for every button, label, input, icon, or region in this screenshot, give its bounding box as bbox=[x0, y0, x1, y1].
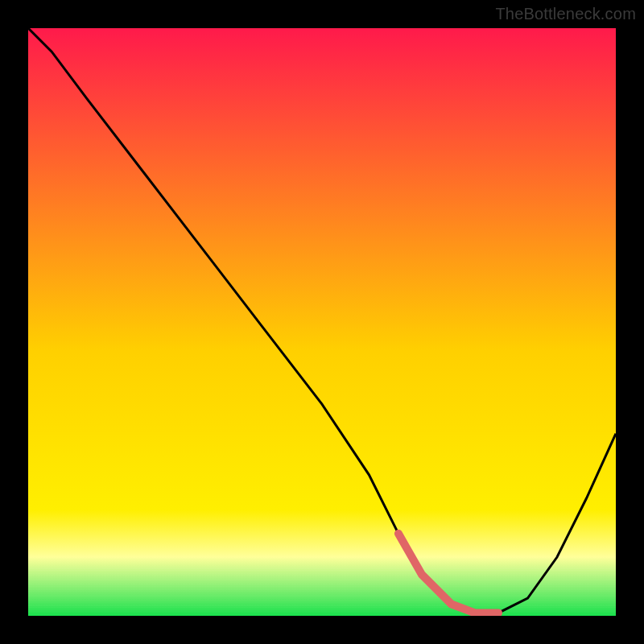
svg-rect-20 bbox=[28, 579, 616, 580]
svg-rect-16 bbox=[28, 586, 616, 587]
svg-rect-3 bbox=[28, 609, 616, 609]
svg-rect-19 bbox=[28, 580, 616, 581]
svg-rect-1 bbox=[28, 613, 616, 613]
svg-rect-2 bbox=[28, 611, 616, 612]
svg-rect-21 bbox=[28, 577, 616, 578]
svg-rect-17 bbox=[28, 584, 616, 585]
gradient-background bbox=[28, 28, 616, 616]
svg-rect-6 bbox=[28, 604, 616, 605]
svg-rect-18 bbox=[28, 582, 616, 583]
svg-rect-4 bbox=[28, 607, 616, 608]
svg-rect-12 bbox=[28, 593, 616, 594]
svg-rect-27 bbox=[28, 567, 616, 568]
svg-rect-15 bbox=[28, 588, 616, 588]
svg-rect-13 bbox=[28, 591, 616, 592]
chart-frame bbox=[28, 28, 616, 616]
bottleneck-chart bbox=[28, 28, 616, 616]
svg-rect-11 bbox=[28, 595, 616, 596]
svg-rect-26 bbox=[28, 568, 616, 569]
svg-rect-8 bbox=[28, 600, 616, 601]
svg-rect-7 bbox=[28, 602, 616, 603]
svg-rect-14 bbox=[28, 589, 616, 590]
svg-rect-24 bbox=[28, 572, 616, 572]
svg-rect-22 bbox=[28, 576, 616, 576]
svg-rect-5 bbox=[28, 605, 616, 606]
svg-rect-23 bbox=[28, 573, 616, 574]
watermark-text: TheBottleneck.com bbox=[495, 5, 636, 23]
svg-rect-0 bbox=[28, 614, 616, 615]
svg-rect-25 bbox=[28, 570, 616, 571]
